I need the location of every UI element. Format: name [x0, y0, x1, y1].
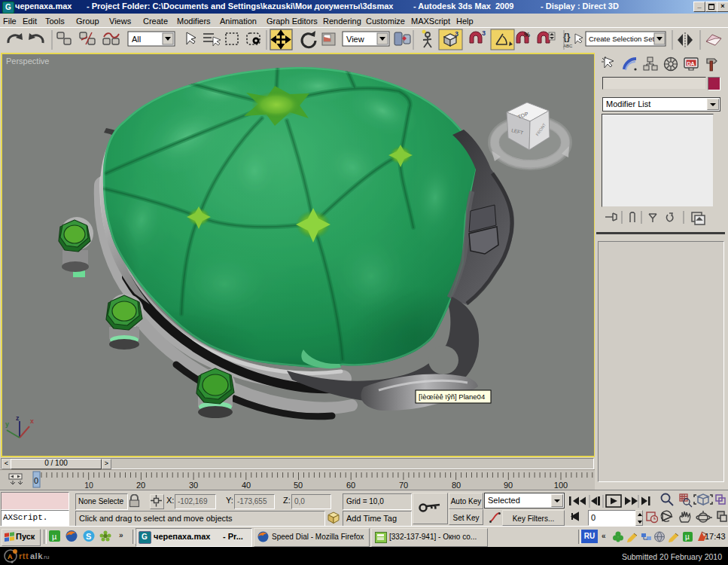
svg-text:[ìèœíèê ïŷñ] Plane04: [ìèœíèê ïŷñ] Plane04 — [419, 392, 485, 401]
svg-text:ABC: ABC — [563, 44, 573, 48]
svg-text:µ: µ — [685, 533, 690, 541]
svg-text:10: 10 — [84, 481, 93, 490]
svg-text:3: 3 — [482, 29, 486, 37]
svg-text:100: 100 — [554, 481, 568, 490]
svg-text:20: 20 — [136, 481, 145, 490]
svg-text:x: x — [30, 417, 34, 425]
svg-text:3: 3 — [455, 30, 458, 38]
svg-text:y: y — [5, 420, 9, 428]
svg-text:50: 50 — [294, 481, 303, 490]
svg-text:DA: DA — [687, 61, 695, 66]
svg-text:A: A — [8, 553, 13, 560]
svg-text:rtt: rtt — [19, 551, 29, 560]
svg-text:z: z — [16, 414, 20, 422]
svg-text:µ: µ — [52, 532, 57, 541]
svg-text:%: % — [524, 31, 530, 38]
svg-text:80: 80 — [452, 481, 461, 490]
svg-text:alk: alk — [30, 551, 43, 560]
svg-text:All: All — [132, 35, 141, 44]
svg-text:30: 30 — [189, 481, 198, 490]
svg-text:.ru: .ru — [42, 554, 49, 560]
svg-text:70: 70 — [399, 481, 408, 490]
svg-text:Create Selection Set: Create Selection Set — [589, 35, 654, 43]
svg-text:View: View — [346, 35, 364, 44]
svg-text:»: » — [119, 531, 123, 539]
svg-text:60: 60 — [346, 481, 355, 490]
svg-text:40: 40 — [242, 481, 251, 490]
svg-text:0: 0 — [34, 476, 38, 485]
svg-text:S: S — [86, 532, 91, 541]
svg-text:90: 90 — [504, 481, 513, 490]
